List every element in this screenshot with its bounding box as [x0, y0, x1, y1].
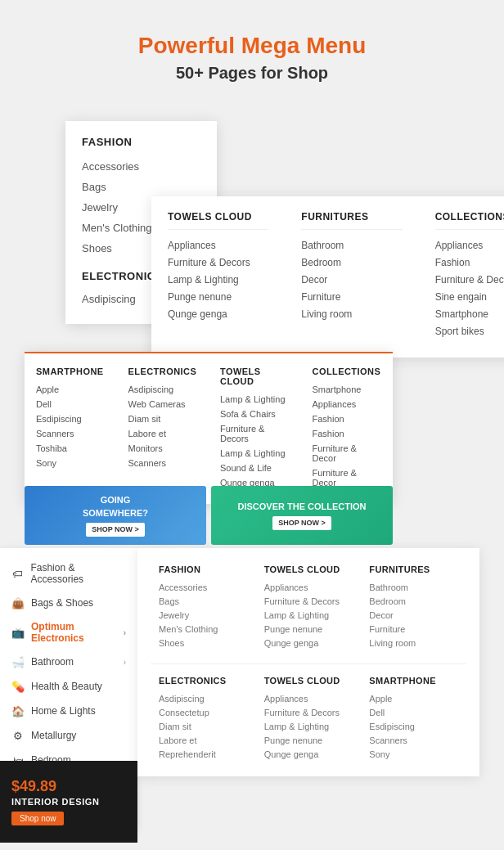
sidebar-item-metallurgy[interactable]: ⚙ Metallurgy: [0, 723, 137, 748]
towels-item-2[interactable]: Lamp & Lighting: [168, 274, 268, 286]
towels-item-0[interactable]: Appliances: [168, 240, 268, 251]
tc-item-4[interactable]: Sound & Life: [220, 463, 290, 473]
el-item-0[interactable]: Asdipiscing: [128, 385, 198, 394]
sm-item-4[interactable]: Toshiba: [36, 443, 106, 453]
mfu-item-4[interactable]: Living room: [369, 638, 458, 648]
mt-item-2[interactable]: Lamp & Lighting: [264, 610, 353, 620]
mfu-item-3[interactable]: Furniture: [369, 624, 458, 634]
me-item-0[interactable]: Asdipiscing: [159, 694, 248, 704]
collections-col: COLLECTIONS Appliances Fashion Furniture…: [419, 211, 504, 343]
mt2-item-1[interactable]: Furniture & Decors: [264, 708, 353, 717]
mega-row1: FASHION Accessories Bags Jewelry Men's C…: [137, 564, 479, 652]
mega-towels2-col: TOWELS CLOUD Appliances Furniture & Deco…: [256, 676, 362, 763]
furnitures-item-0[interactable]: Bathroom: [301, 240, 402, 251]
mt-item-4[interactable]: Qunge genga: [264, 638, 353, 648]
sm-item-0[interactable]: Apple: [36, 385, 106, 394]
page-title-main: Powerful Mega Menu: [16, 33, 488, 59]
mf-item-3[interactable]: Men's Clothing: [159, 624, 248, 634]
sidebar-item-fashion[interactable]: 🏷 Fashion & Accessories: [0, 556, 137, 591]
towels-setc-head: TOWELS CLOUD: [220, 367, 290, 386]
mfu-item-2[interactable]: Decor: [369, 610, 458, 620]
towels-setc-col: TOWELS CLOUD Lamp & Lighting Sofa & Chai…: [209, 367, 301, 492]
el-item-3[interactable]: Labore et: [128, 429, 198, 438]
collections-item-0[interactable]: Appliances: [435, 240, 504, 251]
promo-banner-going[interactable]: GOING SOMEWHERE? SHOP NOW >: [25, 486, 206, 545]
co-item-4[interactable]: Furniture & Decor: [313, 443, 382, 463]
tc-item-3[interactable]: Lamp & Lighting: [220, 448, 290, 458]
furnitures-item-4[interactable]: Living room: [301, 308, 402, 320]
mf-item-0[interactable]: Accessories: [159, 582, 248, 592]
sidebar-item-health[interactable]: 💊 Health & Beauty: [0, 674, 137, 699]
mf-item-2[interactable]: Jewelry: [159, 610, 248, 620]
ms-item-0[interactable]: Apple: [369, 694, 458, 704]
co-item-5[interactable]: Furniture & Decor: [313, 468, 382, 488]
furnitures-head: FURNITURES: [301, 211, 402, 230]
el-item-5[interactable]: Scanners: [128, 458, 198, 468]
tc-item-1[interactable]: Sofa & Chairs: [220, 409, 290, 419]
collections-item-2[interactable]: Furniture & Decor: [435, 274, 504, 286]
mt2-item-0[interactable]: Appliances: [264, 694, 353, 704]
mega-electronics-head: ELECTRONICS: [159, 676, 248, 686]
towels-item-1[interactable]: Furniture & Decors: [168, 257, 268, 268]
page-title-sub: 50+ Pages for Shop: [16, 64, 488, 83]
mfu-item-0[interactable]: Bathroom: [369, 582, 458, 592]
mf-item-4[interactable]: Shoes: [159, 638, 248, 648]
ms-item-2[interactable]: Esdipiscing: [369, 722, 458, 731]
furnitures-item-2[interactable]: Decor: [301, 274, 402, 286]
sidebar-item-electronics[interactable]: 📺 Optimum Electronics ›: [0, 615, 137, 650]
promo-going-btn[interactable]: SHOP NOW >: [86, 523, 145, 537]
mt2-item-4[interactable]: Qunge genga: [264, 749, 353, 759]
me-item-3[interactable]: Labore et: [159, 735, 248, 745]
me-item-4[interactable]: Reprehenderit: [159, 749, 248, 759]
mt-item-0[interactable]: Appliances: [264, 582, 353, 592]
ms-item-1[interactable]: Dell: [369, 708, 458, 717]
promo-banner-discover[interactable]: DISCOVER THE COLLECTION SHOP NOW >: [211, 486, 393, 545]
el-item-4[interactable]: Monitors: [128, 443, 198, 453]
co-item-2[interactable]: Fashion: [313, 414, 382, 424]
sm-item-5[interactable]: Sony: [36, 458, 106, 468]
furnitures-item-3[interactable]: Furniture: [301, 291, 402, 303]
collections-item-1[interactable]: Fashion: [435, 257, 504, 268]
sidebar-item-bathroom[interactable]: 🛁 Bathroom ›: [0, 650, 137, 674]
ms-item-4[interactable]: Sony: [369, 749, 458, 759]
collections-item-5[interactable]: Sport bikes: [435, 326, 504, 337]
furnitures-col: FURNITURES Bathroom Bedroom Decor Furnit…: [285, 211, 418, 343]
towels-item-3[interactable]: Punge nenune: [168, 291, 268, 303]
mt-item-3[interactable]: Punge nenune: [264, 624, 353, 634]
towels-item-4[interactable]: Qunge genga: [168, 308, 268, 320]
price-shop-btn[interactable]: Shop now: [11, 812, 64, 825]
me-item-2[interactable]: Diam sit: [159, 722, 248, 731]
mega-furnitures-head: FURNITURES: [369, 564, 458, 574]
sidebar-label-electronics: Optimum Electronics: [31, 621, 124, 644]
co-item-0[interactable]: Smartphone: [313, 385, 382, 394]
mt2-item-3[interactable]: Punge nenune: [264, 735, 353, 745]
fashion-item-accessories[interactable]: Accessories: [65, 156, 217, 177]
collections-item-4[interactable]: Smartphone: [435, 308, 504, 320]
mfu-item-1[interactable]: Bedroom: [369, 596, 458, 606]
me-item-1[interactable]: Consectetuр: [159, 708, 248, 717]
sm-item-3[interactable]: Scanners: [36, 429, 106, 438]
mt-item-1[interactable]: Furniture & Decors: [264, 596, 353, 606]
chevron-right-icon: ›: [124, 628, 126, 637]
tc-item-2[interactable]: Furniture & Decors: [220, 424, 290, 443]
promo-discover-text: DISCOVER THE COLLECTION SHOP NOW >: [231, 494, 372, 537]
sm-item-2[interactable]: Esdipiscing: [36, 414, 106, 424]
mt2-item-2[interactable]: Lamp & Lighting: [264, 722, 353, 731]
tc-item-0[interactable]: Lamp & Lighting: [220, 394, 290, 404]
promo-discover-btn[interactable]: SHOP NOW >: [272, 516, 331, 530]
furnitures-item-1[interactable]: Bedroom: [301, 257, 402, 268]
ms-item-3[interactable]: Scanners: [369, 735, 458, 745]
sm-item-1[interactable]: Dell: [36, 399, 106, 409]
co-item-3[interactable]: Fashion: [313, 429, 382, 438]
sidebar-item-bags[interactable]: 👜 Bags & Shoes: [0, 591, 137, 615]
bathroom-icon: 🛁: [11, 655, 25, 668]
sidebar-item-home[interactable]: 🏠 Home & Lights: [0, 699, 137, 723]
collections-item-3[interactable]: Sine engain: [435, 291, 504, 303]
fashion-item-bags[interactable]: Bags: [65, 177, 217, 197]
el-item-2[interactable]: Diam sit: [128, 414, 198, 424]
price-amount: $49.89: [11, 778, 56, 795]
mega-furnitures-col: FURNITURES Bathroom Bedroom Decor Furnit…: [361, 564, 466, 652]
co-item-1[interactable]: Appliances: [313, 399, 382, 409]
mf-item-1[interactable]: Bags: [159, 596, 248, 606]
el-item-1[interactable]: Web Cameras: [128, 399, 198, 409]
